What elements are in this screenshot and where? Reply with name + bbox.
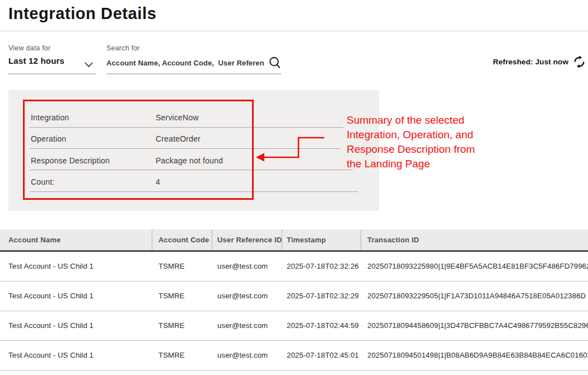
column-divider [152,229,152,250]
time-range-value: Last 12 hours [8,56,64,65]
time-range-underline [8,73,96,74]
search-underline [106,73,281,74]
cell-account-name: Test Account - US Child 1 [8,252,94,281]
cell-transaction-id: 20250718093229505|1|F1A73D1011A94846A751… [367,282,586,311]
column-divider [282,229,282,250]
table-row[interactable]: Test Account - US Child 1 TSMRE user@tes… [0,341,588,371]
cell-user-reference-id: user@test.com [217,311,268,340]
cell-transaction-id: 20250718094458609|1|3D47BCFBBC7A4C498677… [367,311,588,340]
cell-timestamp: 2025-07-18T02:32:26 [287,252,359,281]
cell-user-reference-id: user@test.com [217,252,268,281]
column-header-transaction-id: Transaction ID [367,229,419,250]
column-header-user-reference-id: User Reference ID [217,229,282,250]
column-header-timestamp: Timestamp [287,229,326,250]
search-input[interactable] [106,55,273,71]
chevron-down-icon [85,60,93,69]
cell-timestamp: 2025-07-18T02:45:01 [287,341,359,370]
refreshed-status-text: Refreshed: Just now [493,58,568,66]
cell-account-name: Test Account - US Child 1 [8,282,94,311]
annotation-highlight-box [23,100,254,200]
column-header-account-code: Account Code [158,229,209,250]
column-header-account-name: Account Name [8,229,60,250]
column-divider [361,229,361,250]
cell-account-name: Test Account - US Child 1 [8,311,94,340]
refresh-group: Refreshed: Just now [493,55,586,69]
cell-user-reference-id: user@test.com [217,282,268,311]
title-divider [0,31,588,31]
column-divider [212,229,212,250]
search-for-label: Search for [106,44,140,52]
cell-account-code: TSMRE [158,341,185,370]
search-icon[interactable] [269,56,281,72]
table-row[interactable]: Test Account - US Child 1 TSMRE user@tes… [0,311,588,341]
page-title: Integration Details [8,4,156,23]
cell-timestamp: 2025-07-18T02:44:59 [287,311,359,340]
cell-transaction-id: 20250718093225980|1|9E4BF5A5ACB14E81BF3C… [367,252,588,281]
search-box [106,55,281,71]
table-row[interactable]: Test Account - US Child 1 TSMRE user@tes… [0,252,588,282]
cell-account-name: Test Account - US Child 1 [8,341,94,370]
integration-details-page: Integration Details View data for Last 1… [0,0,588,375]
cell-account-code: TSMRE [158,282,185,311]
cell-account-code: TSMRE [158,311,185,340]
table-row[interactable]: Test Account - US Child 1 TSMRE user@tes… [0,282,588,311]
cell-user-reference-id: user@test.com [217,341,268,370]
table-header: Account Name Account Code User Reference… [0,229,588,252]
cell-account-code: TSMRE [158,252,185,281]
time-range-dropdown[interactable]: Last 12 hours [8,56,96,71]
refresh-icon[interactable] [572,55,586,69]
cell-timestamp: 2025-07-18T02:32:29 [287,282,359,311]
annotation-text: Summary of the selected Integration, Ope… [347,113,509,171]
annotation-arrow [255,134,329,163]
view-data-for-label: View data for [8,44,50,52]
cell-transaction-id: 20250718094501498|1|B08AB6D9A9B84E63B84B… [367,341,588,370]
